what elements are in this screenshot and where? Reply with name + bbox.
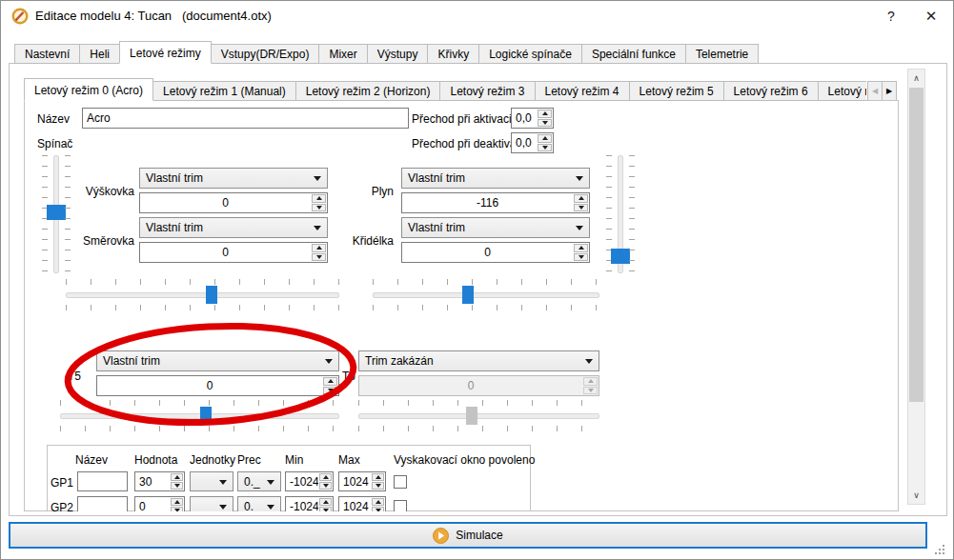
elevator-hslider[interactable] <box>66 279 339 310</box>
left-trim-slider[interactable] <box>42 155 71 273</box>
spin-down-button[interactable] <box>323 387 337 395</box>
spin-down-button[interactable] <box>538 119 552 128</box>
name-input[interactable] <box>82 108 409 129</box>
slider-handle[interactable] <box>206 286 217 304</box>
spin-up-button[interactable] <box>323 377 337 386</box>
gvar-prec-dropdown[interactable]: 0._ <box>237 496 281 511</box>
tab-heli[interactable]: Heli <box>79 44 120 64</box>
tab-vystupy[interactable]: Výstupy <box>367 44 429 64</box>
fade-in-label: Přechod při aktivaci <box>412 111 512 127</box>
elevator-trim-mode-dropdown[interactable]: Vlastní trim <box>139 168 328 189</box>
gvar-max-spinbox[interactable]: 1024 <box>338 496 386 511</box>
spin-down-button[interactable] <box>319 507 332 511</box>
aileron-trim-mode-dropdown[interactable]: Vlastní trim <box>401 217 590 238</box>
t6-trim-mode-dropdown[interactable]: Trim zakázán <box>358 350 599 371</box>
tab-vstupy[interactable]: Vstupy(DR/Expo) <box>211 44 320 64</box>
t5-hslider[interactable] <box>60 400 339 431</box>
throttle-trim-mode-dropdown[interactable]: Vlastní trim <box>401 168 590 189</box>
spin-up-button[interactable] <box>538 134 552 143</box>
spin-up-button[interactable] <box>319 498 332 506</box>
tab-nastevni[interactable]: Nastevní <box>14 44 80 64</box>
throttle-trim-spinbox[interactable]: -116 <box>401 192 590 213</box>
gvar-popup-checkbox[interactable] <box>394 500 407 511</box>
aileron-trim-spinbox[interactable]: 0 <box>401 242 590 263</box>
gvar-unit-dropdown[interactable] <box>190 471 233 491</box>
fm-tab-5[interactable]: Letový režim 5 <box>629 81 724 101</box>
gvar-max-spinbox[interactable]: 1024 <box>338 471 386 491</box>
t5-trim-mode-dropdown[interactable]: Vlastní trim <box>96 350 339 371</box>
aileron-hslider[interactable] <box>373 279 599 310</box>
help-button[interactable]: ? <box>875 1 907 31</box>
spin-up-button[interactable] <box>171 498 183 506</box>
elevator-trim-spinbox[interactable]: 0 <box>139 192 328 213</box>
gvar-value-spinbox[interactable]: 30 <box>134 471 185 491</box>
spin-down-button[interactable] <box>171 507 183 511</box>
dropdown-value: Vlastní trim <box>146 221 203 234</box>
spin-up-button[interactable] <box>574 244 588 252</box>
fm-tab-2[interactable]: Letový režim 2 (Horizon) <box>295 81 441 101</box>
spin-up-button[interactable] <box>574 194 588 203</box>
rudder-trim-mode-dropdown[interactable]: Vlastní trim <box>139 217 328 238</box>
gvar-unit-dropdown[interactable] <box>190 496 233 511</box>
fade-out-spinbox[interactable]: 0,0 <box>511 132 554 153</box>
spin-down-button[interactable] <box>312 204 326 212</box>
slider-handle[interactable] <box>47 205 66 220</box>
spin-up-button[interactable] <box>171 473 183 481</box>
gvar-popup-checkbox[interactable] <box>394 475 407 489</box>
slider-handle[interactable] <box>611 249 630 264</box>
spin-down-button[interactable] <box>574 204 588 212</box>
spin-down-icon <box>328 389 334 392</box>
tab-scroll-left-button[interactable]: ◀ <box>867 81 883 101</box>
gvar-min-spinbox[interactable]: -1024 <box>285 496 334 511</box>
simulate-button[interactable]: Simulace <box>9 522 927 549</box>
gvar-name-input[interactable] <box>77 471 128 491</box>
spin-up-button[interactable] <box>319 473 332 481</box>
spin-down-button[interactable] <box>312 253 326 262</box>
spin-down-button[interactable] <box>171 482 183 490</box>
spin-up-button[interactable] <box>312 194 326 203</box>
right-trim-slider[interactable] <box>606 155 635 273</box>
slider-handle[interactable] <box>462 286 474 304</box>
fm-tab-7[interactable]: Letový režim 7 <box>818 81 866 101</box>
scrollbar-thumb[interactable] <box>909 88 924 402</box>
gvar-min-spinbox[interactable]: -1024 <box>285 471 334 491</box>
fm-tab-0[interactable]: Letový režim 0 (Acro) <box>24 78 153 101</box>
tab-krivky[interactable]: Křivky <box>427 44 479 64</box>
tab-logicke-spinace[interactable]: Logické spínače <box>478 44 582 64</box>
gvar-value: 30 <box>135 472 170 490</box>
close-button[interactable]: ✕ <box>914 1 948 31</box>
spin-up-button[interactable] <box>312 244 326 252</box>
rudder-trim-spinbox[interactable]: 0 <box>139 242 328 263</box>
spin-down-button[interactable] <box>372 482 384 490</box>
gvar-name-input[interactable] <box>77 496 128 511</box>
fade-in-spinbox[interactable]: 0,0 <box>511 108 554 129</box>
spin-up-button[interactable] <box>538 110 552 118</box>
spin-down-button[interactable] <box>538 144 552 152</box>
spin-down-button[interactable] <box>372 507 384 511</box>
dropdown-value: Vlastní trim <box>408 171 465 185</box>
fm-tab-6[interactable]: Letový režim 6 <box>723 81 819 101</box>
tab-letove-rezimy[interactable]: Letové režimy <box>119 41 212 64</box>
spin-up-icon <box>376 475 381 479</box>
spin-down-button[interactable] <box>319 482 332 490</box>
spin-up-button[interactable] <box>372 498 384 506</box>
t5-trim-spinbox[interactable]: 0 <box>96 375 339 396</box>
spin-down-button[interactable] <box>574 253 588 262</box>
tab-mixer[interactable]: Mixer <box>318 44 367 64</box>
tab-scroll-right-button[interactable]: ▶ <box>882 81 897 101</box>
resize-grip[interactable] <box>943 545 944 547</box>
gvar-value-spinbox[interactable]: 0 <box>134 496 185 511</box>
tab-telemetrie[interactable]: Telemetrie <box>685 44 759 64</box>
scroll-down-icon[interactable]: ∨ <box>908 488 924 503</box>
tab-specialni-funkce[interactable]: Speciální funkce <box>581 44 686 64</box>
gvar-prec-dropdown[interactable]: 0._ <box>237 471 281 491</box>
fm-tab-1[interactable]: Letový režim 1 (Manual) <box>152 81 296 101</box>
fm-tab-3[interactable]: Letový režim 3 <box>439 81 535 101</box>
dropdown-arrow-icon <box>219 480 227 485</box>
scroll-up-icon[interactable]: ∧ <box>908 70 924 86</box>
spin-up-button[interactable] <box>372 473 384 481</box>
vertical-scrollbar[interactable]: ∧ ∨ <box>907 69 925 505</box>
switch-label: Spínač <box>37 136 72 151</box>
fm-tab-4[interactable]: Letový režim 4 <box>535 81 630 101</box>
slider-handle[interactable] <box>200 407 212 425</box>
